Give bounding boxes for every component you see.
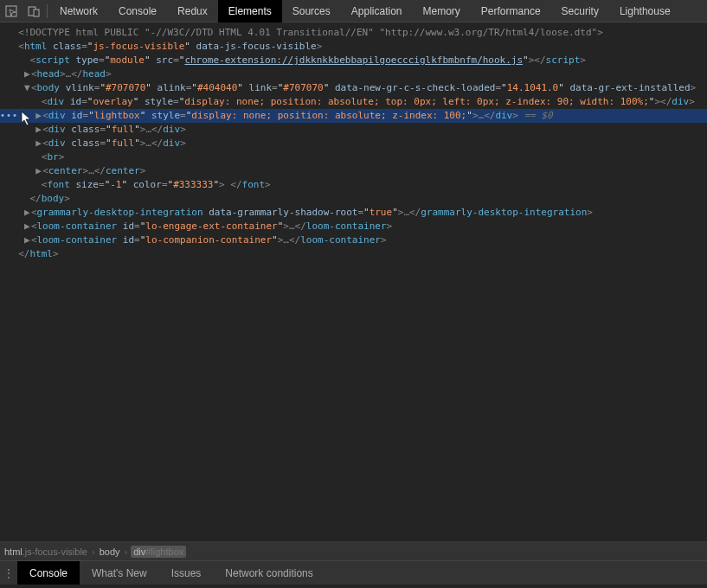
tab-memory[interactable]: Memory (413, 0, 471, 22)
dom-node[interactable]: ▶<div class="full">…</div> (0, 137, 707, 150)
tab-lighthouse[interactable]: Lighthouse (609, 0, 681, 22)
breadcrumb-item[interactable]: body (99, 546, 121, 557)
dom-node[interactable]: <!DOCTYPE html PUBLIC "-//W3C//DTD HTML … (0, 26, 707, 40)
expand-toggle-icon[interactable]: ▶ (35, 123, 42, 137)
drawer-content (0, 585, 707, 588)
chevron-right-icon: › (125, 546, 128, 557)
inspect-element-icon[interactable] (0, 0, 22, 22)
tab-elements[interactable]: Elements (218, 0, 282, 22)
gutter-indicator-icon: ••• (0, 109, 18, 123)
drawer-tabbar: ⋮ ConsoleWhat's NewIssuesNetwork conditi… (0, 560, 707, 585)
elements-dom-tree[interactable]: <!DOCTYPE html PUBLIC "-//W3C//DTD HTML … (0, 22, 707, 541)
breadcrumb-item[interactable]: html.js-focus-visible (3, 546, 88, 557)
dom-node[interactable]: ▶<center>…</center> (0, 164, 707, 178)
dom-node[interactable]: <div id="overlay" style="display: none; … (0, 95, 707, 109)
dom-node[interactable]: ▶<div class="full">…</div> (0, 123, 707, 137)
dom-node[interactable]: ▶<head>…</head> (0, 67, 707, 81)
dom-node[interactable]: <font size="-1" color="#333333"> </font> (0, 178, 707, 192)
expand-toggle-icon[interactable]: ▼ (24, 81, 31, 95)
svg-rect-2 (34, 10, 39, 16)
dom-node[interactable]: ▶<loom-container id="lo-engage-ext-conta… (0, 220, 707, 233)
expand-toggle-icon[interactable]: ▶ (24, 233, 31, 247)
breadcrumb-item[interactable]: div#lightbox (131, 546, 186, 558)
dom-node-selected[interactable]: ••• ▶<div id="lightbox" style="display: … (0, 109, 707, 123)
devtools-top-tabbar: NetworkConsoleReduxElementsSourcesApplic… (0, 0, 707, 22)
drawer-tab-issues[interactable]: Issues (159, 561, 214, 585)
expand-toggle-icon[interactable]: ▶ (24, 220, 31, 233)
dom-node[interactable]: ▼<body vlink="#707070" alink="#404040" l… (0, 81, 707, 95)
tab-redux[interactable]: Redux (167, 0, 218, 22)
expand-toggle-icon[interactable]: ▶ (35, 164, 42, 178)
dom-node[interactable]: <html class="js-focus-visible" data-js-f… (0, 40, 707, 54)
dom-node[interactable]: </body> (0, 192, 707, 206)
device-toolbar-icon[interactable] (22, 0, 45, 22)
dom-node[interactable]: ▶<grammarly-desktop-integration data-gra… (0, 206, 707, 220)
drawer-tab-what-s-new[interactable]: What's New (80, 561, 159, 585)
expand-toggle-icon[interactable]: ▶ (24, 67, 31, 81)
drawer-tab-network-conditions[interactable]: Network conditions (213, 561, 325, 585)
tab-network[interactable]: Network (49, 0, 108, 22)
dom-node[interactable]: <script type="module" src="chrome-extens… (0, 54, 707, 67)
drawer-menu-icon[interactable]: ⋮ (0, 566, 17, 580)
breadcrumb: html.js-focus-visible›body›div#lightbox (0, 541, 707, 560)
drawer-tab-console[interactable]: Console (17, 561, 80, 585)
expand-toggle-icon[interactable]: ▶ (35, 137, 42, 150)
tab-separator (47, 4, 48, 18)
dom-node[interactable]: </html> (0, 247, 707, 261)
tab-application[interactable]: Application (341, 0, 413, 22)
tab-console[interactable]: Console (108, 0, 167, 22)
dom-node[interactable]: ▶<loom-container id="lo-companion-contai… (0, 233, 707, 247)
tab-security[interactable]: Security (551, 0, 609, 22)
expand-toggle-icon[interactable]: ▶ (35, 109, 42, 123)
dom-node[interactable]: <br> (0, 150, 707, 164)
expand-toggle-icon[interactable]: ▶ (24, 206, 31, 220)
tab-performance[interactable]: Performance (471, 0, 551, 22)
tab-sources[interactable]: Sources (282, 0, 341, 22)
chevron-right-icon: › (92, 546, 95, 557)
